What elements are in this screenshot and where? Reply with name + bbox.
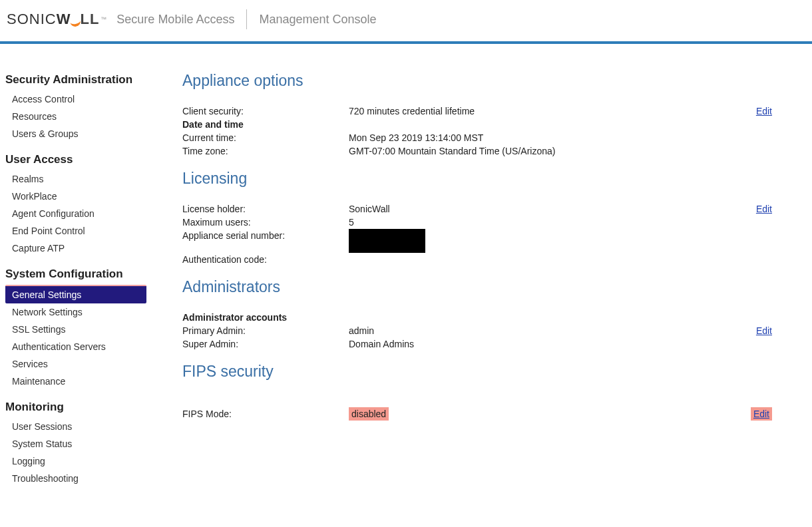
sidebar-item-ssl-settings[interactable]: SSL Settings xyxy=(5,321,146,338)
value-fips-mode: disabled xyxy=(349,407,389,421)
sidebar-item-realms[interactable]: Realms xyxy=(5,170,146,188)
value-primary-admin: admin xyxy=(349,324,732,337)
header-separator xyxy=(246,9,247,29)
sidebar-item-access-control[interactable]: Access Control xyxy=(5,90,146,108)
label-super-admin: Super Admin: xyxy=(182,337,349,351)
sidebar-item-users-groups[interactable]: Users & Groups xyxy=(5,125,146,142)
value-current-time: Mon Sep 23 2019 13:14:00 MST xyxy=(349,131,732,144)
sidebar-item-agent-configuration[interactable]: Agent Configuration xyxy=(5,205,146,222)
value-serial-redacted xyxy=(349,229,732,253)
header-bar: SONIC W LL ™ Secure Mobile Access Manage… xyxy=(0,0,812,41)
label-max-users: Maximum users: xyxy=(182,216,349,229)
brand-logo: SONIC W LL ™ xyxy=(7,11,107,28)
label-fips-mode: FIPS Mode: xyxy=(182,407,349,421)
label-admin-accounts: Administrator accounts xyxy=(182,311,349,324)
value-max-users: 5 xyxy=(349,216,732,229)
value-time-zone: GMT-07:00 Mountain Standard Time (US/Ari… xyxy=(349,144,732,158)
section-title-licensing: Licensing xyxy=(182,170,772,188)
header-subtitle-1: Secure Mobile Access xyxy=(116,13,234,27)
main-content: Appliance options Client security: 720 m… xyxy=(173,69,812,494)
edit-appliance-link[interactable]: Edit xyxy=(756,106,772,116)
sidebar-item-user-sessions[interactable]: User Sessions xyxy=(5,418,146,435)
edit-fips-link[interactable]: Edit xyxy=(753,409,769,419)
nav-group-security-administration: Security Administration xyxy=(5,69,173,90)
label-serial-number: Appliance serial number: xyxy=(182,229,349,242)
swoosh-icon xyxy=(70,15,81,24)
nav-group-system-configuration: System Configuration xyxy=(5,264,173,285)
sidebar-item-troubleshooting[interactable]: Troubleshooting xyxy=(5,470,146,487)
edit-fips-highlight: Edit xyxy=(751,407,772,421)
trademark: ™ xyxy=(101,16,107,23)
nav-group-user-access: User Access xyxy=(5,149,173,170)
label-time-zone: Time zone: xyxy=(182,144,349,158)
edit-admin-link[interactable]: Edit xyxy=(756,325,772,336)
edit-licensing-link[interactable]: Edit xyxy=(756,204,772,214)
label-auth-code: Authentication code: xyxy=(182,253,349,266)
sidebar-item-maintenance[interactable]: Maintenance xyxy=(5,373,146,390)
section-title-administrators: Administrators xyxy=(182,278,772,296)
sidebar-item-capture-atp[interactable]: Capture ATP xyxy=(5,240,146,257)
sidebar-item-system-status[interactable]: System Status xyxy=(5,435,146,452)
sidebar-item-logging[interactable]: Logging xyxy=(5,452,146,470)
section-title-fips: FIPS security xyxy=(182,363,772,381)
label-client-security: Client security: xyxy=(182,104,349,118)
label-date-and-time: Date and time xyxy=(182,118,349,131)
value-license-holder: SonicWall xyxy=(349,202,732,216)
label-current-time: Current time: xyxy=(182,131,349,144)
sidebar-item-end-point-control[interactable]: End Point Control xyxy=(5,222,146,240)
nav-group-monitoring: Monitoring xyxy=(5,397,173,418)
label-primary-admin: Primary Admin: xyxy=(182,324,349,337)
sidebar-item-general-settings[interactable]: General Settings xyxy=(5,285,146,303)
sidebar-item-authentication-servers[interactable]: Authentication Servers xyxy=(5,338,146,355)
label-license-holder: License holder: xyxy=(182,202,349,216)
sidebar-item-network-settings[interactable]: Network Settings xyxy=(5,303,146,321)
redacted-block xyxy=(349,229,425,253)
brand-sonic: SONIC xyxy=(7,11,57,28)
header-subtitle-2: Management Console xyxy=(259,13,376,27)
sidebar-item-services[interactable]: Services xyxy=(5,355,146,373)
value-client-security: 720 minutes credential lifetime xyxy=(349,104,732,118)
brand-wall: LL xyxy=(80,11,99,28)
sidebar-nav: Security AdministrationAccess ControlRes… xyxy=(0,69,173,494)
sidebar-item-workplace[interactable]: WorkPlace xyxy=(5,188,146,205)
sidebar-item-resources[interactable]: Resources xyxy=(5,108,146,125)
value-super-admin: Domain Admins xyxy=(349,337,732,351)
section-title-appliance: Appliance options xyxy=(182,72,772,90)
